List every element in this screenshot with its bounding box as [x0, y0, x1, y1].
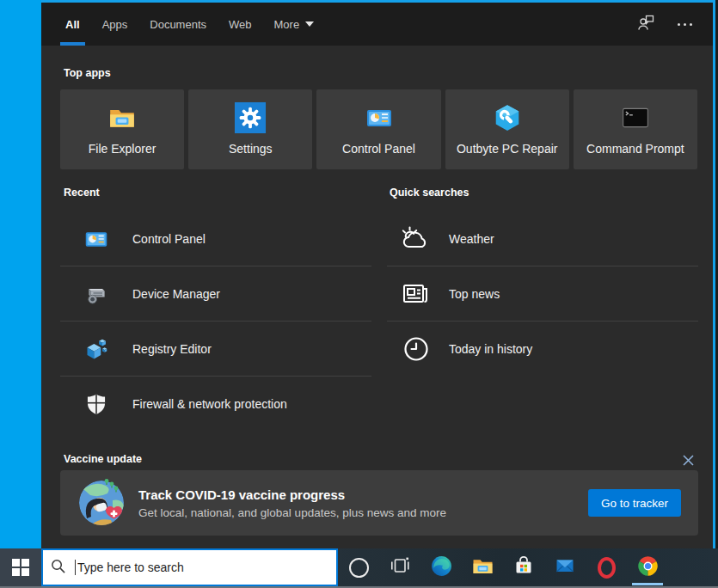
quick-search-top-news[interactable]: Top news: [387, 266, 698, 322]
search-icon: [50, 558, 66, 578]
quick-search-today-in-history[interactable]: Today in history: [387, 322, 698, 376]
chrome-active-indicator: [632, 583, 663, 585]
top-apps-title: Top apps: [64, 67, 111, 79]
edge-icon: [430, 554, 453, 581]
device-manager-icon: [79, 282, 114, 306]
top-apps-row: File Explorer: [60, 89, 697, 169]
banner-subtitle: Get local, national, and global updates,…: [138, 506, 446, 519]
search-flyout-panel: All Apps Documents Web More Top apps: [41, 0, 715, 548]
go-to-tracker-button[interactable]: Go to tracker: [588, 489, 681, 517]
chrome-icon: [636, 554, 660, 581]
tab-all[interactable]: All: [60, 3, 85, 46]
quick-searches-list: Weather Top news Today in history: [387, 211, 698, 376]
tile-settings[interactable]: Settings: [188, 89, 312, 169]
vaccine-section-title: Vaccine update: [64, 453, 142, 465]
tile-control-panel[interactable]: Control Panel: [316, 89, 440, 169]
close-icon[interactable]: [680, 452, 696, 468]
taskbar-icons: [338, 548, 668, 586]
taskbar: [0, 548, 718, 588]
file-explorer-button[interactable]: [462, 548, 503, 586]
tab-web[interactable]: Web: [224, 3, 257, 46]
quick-searches-title: Quick searches: [390, 187, 469, 199]
task-view-button[interactable]: [379, 548, 420, 586]
cortana-icon: [349, 558, 369, 578]
cortana-button[interactable]: [338, 548, 379, 586]
taskbar-search-box[interactable]: [41, 548, 338, 586]
recent-list: Control Panel Device Manager: [60, 211, 371, 431]
search-nav-bar: All Apps Documents Web More: [41, 3, 713, 46]
news-icon: [399, 279, 433, 309]
recent-title: Recent: [64, 187, 100, 199]
history-clock-icon: [399, 334, 433, 364]
search-input[interactable]: [77, 560, 329, 574]
opera-icon: [598, 557, 616, 579]
opera-button[interactable]: [586, 548, 627, 586]
task-view-icon: [389, 554, 411, 580]
quick-search-weather[interactable]: Weather: [387, 211, 698, 266]
file-explorer-icon: [107, 101, 137, 135]
tab-documents[interactable]: Documents: [144, 3, 212, 46]
banner-title: Track COVID-19 vaccine progress: [138, 487, 446, 502]
registry-editor-icon: [79, 337, 114, 361]
ellipsis-icon[interactable]: [678, 23, 692, 26]
windows-logo-icon: [12, 559, 29, 576]
control-panel-icon: [365, 101, 393, 135]
start-button[interactable]: [0, 548, 41, 586]
outbyte-pc-repair-icon: [493, 101, 522, 135]
settings-gear-icon: [234, 101, 267, 135]
vaccine-banner[interactable]: Track COVID-19 vaccine progress Get loca…: [60, 470, 698, 536]
file-explorer-icon: [471, 554, 494, 581]
control-panel-icon: [79, 227, 114, 251]
chevron-down-icon: [305, 21, 314, 27]
tile-file-explorer[interactable]: File Explorer: [60, 89, 184, 169]
tile-command-prompt[interactable]: Command Prompt: [574, 89, 697, 169]
weather-icon: [399, 224, 433, 254]
store-button[interactable]: [503, 548, 544, 586]
recent-item-registry-editor[interactable]: Registry Editor: [60, 322, 371, 377]
edge-button[interactable]: [420, 548, 462, 586]
desktop-background: [0, 0, 41, 548]
firewall-shield-icon: [79, 392, 114, 416]
text-cursor: [75, 560, 76, 575]
account-feedback-icon[interactable]: [636, 13, 655, 35]
recent-item-control-panel[interactable]: Control Panel: [60, 211, 371, 266]
command-prompt-icon: [621, 101, 650, 135]
store-icon: [512, 554, 535, 580]
mail-icon: [554, 554, 576, 580]
recent-item-firewall[interactable]: Firewall & network protection: [60, 377, 371, 431]
recent-item-device-manager[interactable]: Device Manager: [60, 266, 371, 322]
mail-button[interactable]: [544, 548, 586, 586]
tile-outbyte-pc-repair[interactable]: Outbyte PC Repair: [445, 89, 569, 169]
tab-more[interactable]: More: [269, 3, 320, 46]
covid-vaccine-illustration: [77, 478, 126, 528]
chrome-button[interactable]: [627, 548, 668, 586]
tab-apps[interactable]: Apps: [97, 3, 133, 46]
